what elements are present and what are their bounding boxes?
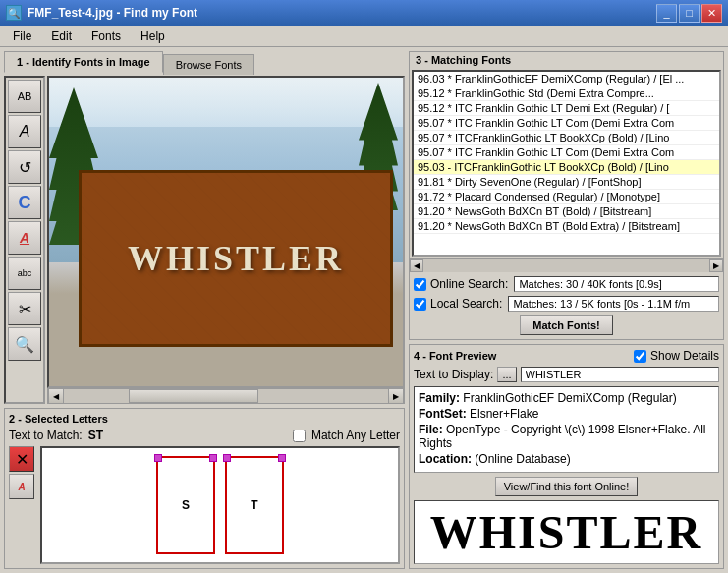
tool-ab-button[interactable]: AB (8, 80, 41, 113)
matching-fonts-section: 3 - Matching Fonts 96.03 * FranklinGothi… (409, 51, 724, 340)
font-item-6[interactable]: 95.03 - ITCFranklinGothic LT BookXCp (Bo… (414, 160, 719, 175)
local-search-row: Local Search: Matches: 13 / 5K fonts [0s… (414, 296, 719, 312)
image-scrollbar[interactable]: ◀ ▶ (47, 388, 405, 404)
menu-bar: File Edit Fonts Help (0, 26, 728, 47)
family-value: FranklinGothicEF DemiXComp (Regular) (463, 391, 676, 405)
tabs-container: 1 - Identify Fonts in Image Browse Fonts (4, 51, 405, 73)
text-to-display-input[interactable] (521, 367, 719, 382)
hscroll-track[interactable] (423, 259, 709, 272)
window-controls: _ □ ✕ (656, 4, 722, 23)
tab-browse[interactable]: Browse Fonts (163, 54, 254, 75)
font-item-10[interactable]: 91.20 * NewsGoth BdXCn BT (Bold Extra) /… (414, 219, 719, 234)
font-preview-title: 4 - Font Preview (414, 350, 496, 362)
match-fonts-button[interactable]: Match Fonts! (520, 315, 612, 335)
scrollbar-track[interactable] (64, 389, 388, 403)
letter-t-box: T (225, 456, 284, 554)
show-details-checkbox[interactable] (634, 350, 646, 363)
match-any-letter-checkbox[interactable] (293, 430, 306, 442)
family-row: Family: FranklinGothicEF DemiXComp (Regu… (419, 391, 714, 405)
window-title: FMF_Test-4.jpg - Find my Font (28, 6, 197, 20)
add-letter-button[interactable]: A (9, 474, 34, 499)
text-display-browse-button[interactable]: ... (497, 367, 516, 382)
corner-tr (209, 454, 217, 462)
file-row: File: OpenType - Copyright \(c\) 1998 El… (419, 423, 714, 450)
fontset-row: FontSet: Elsner+Flake (419, 407, 714, 421)
scroll-right-button[interactable]: ▶ (388, 388, 404, 404)
minimize-button[interactable]: _ (656, 4, 677, 23)
menu-fonts[interactable]: Fonts (83, 27, 130, 46)
view-font-online-button[interactable]: View/Find this font Online! (495, 477, 639, 496)
local-search-checkbox[interactable] (414, 298, 426, 311)
font-item-2[interactable]: 95.12 * ITC Franklin Gothic LT Demi Ext … (414, 101, 719, 116)
matching-fonts-title: 3 - Matching Fonts (410, 52, 723, 68)
local-search-checkbox-row: Local Search: (414, 297, 502, 311)
corner-tl2 (223, 454, 231, 462)
image-area: WHISTLER (49, 78, 403, 386)
show-details-label: Show Details (650, 349, 719, 363)
preview-text-row: Text to Display: ... (414, 367, 719, 382)
tool-abc-button[interactable]: abc (8, 257, 41, 290)
letters-controls: Text to Match: ST Match Any Letter (9, 429, 400, 442)
font-item-8[interactable]: 91.72 * Placard Condensed (Regular) / [M… (414, 190, 719, 204)
app-icon: 🔍 (6, 5, 22, 21)
menu-help[interactable]: Help (132, 27, 174, 46)
scroll-left-button[interactable]: ◀ (48, 388, 64, 404)
online-search-result: Matches: 30 / 40K fonts [0.9s] (514, 276, 719, 292)
letter-t: T (251, 498, 257, 512)
font-item-4[interactable]: 95.07 * ITCFranklinGothic LT BookXCp (Bo… (414, 131, 719, 145)
tool-curve-button[interactable]: C (8, 186, 41, 219)
font-preview-section: 4 - Font Preview Show Details Text to Di… (409, 344, 724, 569)
family-label: Family: (419, 391, 460, 405)
image-toolbar-panel: AB A ↺ C A abc ✂ 🔍 (4, 76, 405, 404)
local-search-label: Local Search: (430, 297, 502, 311)
location-label: Location: (419, 452, 472, 466)
close-button[interactable]: ✕ (701, 4, 722, 23)
letter-s: S (182, 498, 190, 512)
match-any-letter-label: Match Any Letter (311, 429, 400, 442)
letters-content: S T (40, 446, 400, 564)
maximize-button[interactable]: □ (679, 4, 700, 23)
tool-a-button[interactable]: A (8, 115, 41, 148)
online-search-row: Online Search: Matches: 30 / 40K fonts [… (414, 276, 719, 292)
letters-area-wrapper: ✕ A S T (9, 446, 400, 564)
location-value: (Online Database) (475, 452, 570, 466)
online-search-label: Online Search: (430, 277, 508, 291)
corner-tr2 (278, 454, 286, 462)
scrollbar-thumb[interactable] (129, 389, 258, 403)
show-details-row: Show Details (634, 349, 719, 363)
font-item-9[interactable]: 91.20 * NewsGoth BdXCn BT (Bold) / [Bits… (414, 204, 719, 219)
title-bar: 🔍 FMF_Test-4.jpg - Find my Font _ □ ✕ (0, 0, 728, 26)
main-content: 1 - Identify Fonts in Image Browse Fonts… (0, 47, 728, 573)
tab-identify[interactable]: 1 - Identify Fonts in Image (4, 51, 163, 73)
left-panel: 1 - Identify Fonts in Image Browse Fonts… (4, 51, 405, 569)
fonts-hscrollbar[interactable]: ◀ ▶ (410, 258, 723, 272)
tool-a2-button[interactable]: A (8, 221, 41, 255)
delete-letter-button[interactable]: ✕ (9, 446, 34, 472)
selected-letters-panel: 2 - Selected Letters Text to Match: ST M… (4, 408, 405, 569)
font-item-7[interactable]: 91.81 * Dirty SevenOne (Regular) / [Font… (414, 175, 719, 190)
menu-file[interactable]: File (4, 27, 40, 46)
letter-s-box: S (156, 456, 215, 554)
font-item-5[interactable]: 95.07 * ITC Franklin Gothic LT Com (Demi… (414, 145, 719, 160)
font-item-1[interactable]: 95.12 * FranklinGothic Std (Demi Extra C… (414, 86, 719, 101)
font-preview-large: WHISTLER (414, 500, 719, 564)
image-panel[interactable]: WHISTLER (47, 76, 405, 388)
online-search-checkbox[interactable] (414, 278, 426, 291)
hscroll-right[interactable]: ▶ (709, 259, 723, 272)
whistler-sign: WHISTLER (79, 170, 393, 347)
file-value: OpenType - Copyright \(c\) 1998 Elsner+F… (419, 423, 705, 450)
hscroll-left[interactable]: ◀ (410, 259, 423, 272)
menu-edit[interactable]: Edit (42, 27, 81, 46)
tool-cut-button[interactable]: ✂ (8, 292, 41, 325)
font-item-0[interactable]: 96.03 * FranklinGothicEF DemiXComp (Regu… (414, 72, 719, 86)
font-item-3[interactable]: 95.07 * ITC Franklin Gothic LT Com (Demi… (414, 116, 719, 131)
online-search-checkbox-row: Online Search: (414, 277, 508, 291)
font-details: Family: FranklinGothicEF DemiXComp (Regu… (414, 386, 719, 473)
left-toolbar: AB A ↺ C A abc ✂ 🔍 (4, 76, 45, 404)
tool-rotate-button[interactable]: ↺ (8, 150, 41, 184)
tool-zoom-button[interactable]: 🔍 (8, 327, 41, 361)
search-options: Online Search: Matches: 30 / 40K fonts [… (410, 272, 723, 339)
preview-header: 4 - Font Preview Show Details (414, 349, 719, 363)
right-panel: 3 - Matching Fonts 96.03 * FranklinGothi… (409, 51, 724, 569)
fonts-list[interactable]: 96.03 * FranklinGothicEF DemiXComp (Regu… (412, 70, 721, 257)
